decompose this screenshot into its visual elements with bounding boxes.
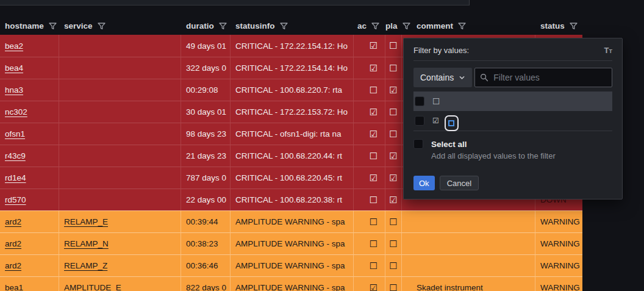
hostname-cell: bea4 — [0, 57, 59, 79]
filter-funnel-icon[interactable] — [97, 22, 106, 31]
filter-funnel-icon[interactable] — [218, 22, 227, 31]
planned-checkbox-glyph: ☐ — [385, 254, 402, 276]
column-header-planned[interactable]: pla — [385, 21, 402, 31]
service-cell: RELAMP_E — [59, 210, 181, 232]
statusinfo-cell: AMPLITUDE WARNING - spa — [231, 210, 354, 232]
filter-funnel-icon[interactable] — [457, 22, 467, 31]
column-label: status — [540, 21, 565, 31]
hostname-link[interactable]: r43c9 — [5, 151, 26, 160]
filter-by-values-popup: Filter by values: TT Contains ☐ ☑ — [403, 38, 623, 199]
operator-label: Contains — [420, 73, 454, 82]
hostname-cell: ard2 — [0, 254, 59, 276]
service-cell — [59, 101, 181, 123]
match-case-icon[interactable]: TT — [604, 46, 612, 54]
planned-checkbox-glyph: ☐ — [385, 123, 402, 145]
ack-checkbox-glyph: ☑ — [354, 276, 385, 291]
ack-checkbox-glyph: ☐ — [354, 189, 385, 210]
duration-cell: 787 days 0 — [181, 167, 231, 189]
filter-funnel-icon[interactable] — [371, 22, 380, 31]
hostname-link[interactable]: ard2 — [5, 239, 21, 248]
divider — [413, 60, 612, 61]
value-glyph-unchecked: ☐ — [432, 97, 440, 106]
checkbox[interactable] — [415, 116, 424, 126]
service-link[interactable]: RELAMP_E — [64, 217, 108, 226]
hostname-link[interactable]: bea1 — [5, 283, 23, 291]
column-label: duratio — [186, 21, 214, 31]
select-all-label: Select all — [431, 140, 467, 149]
column-header-comment[interactable]: comment — [402, 21, 535, 31]
hostname-cell: r43c9 — [0, 145, 59, 167]
column-header-service[interactable]: service — [59, 21, 181, 31]
filter-funnel-icon[interactable] — [279, 22, 288, 31]
duration-cell: 322 days 0 — [181, 57, 231, 79]
dashboard-screen: hostname service duratio statusinfo ac p… — [0, 0, 644, 291]
hostname-link[interactable]: ofsn1 — [5, 129, 25, 138]
select-all-checkbox[interactable] — [413, 139, 423, 149]
column-header-ack[interactable]: ac — [354, 21, 385, 31]
table-header: hostname service duratio statusinfo ac p… — [0, 17, 582, 35]
duration-cell: 98 days 23 — [181, 123, 231, 145]
statusinfo-cell: CRITICAL - 100.68.220.44: rt — [231, 145, 354, 167]
hostname-link[interactable]: rd570 — [5, 195, 26, 204]
filter-value-row[interactable]: ☐ — [413, 92, 612, 111]
hostname-cell: ard2 — [0, 232, 59, 254]
statusinfo-cell: CRITICAL - 100.68.220.45: rt — [231, 167, 354, 189]
divider — [413, 131, 612, 131]
column-header-status[interactable]: status — [535, 21, 582, 31]
hostname-link[interactable]: bea4 — [5, 63, 23, 73]
column-label: service — [64, 21, 93, 31]
comment-cell: Skadet instrument — [402, 276, 535, 291]
planned-checkbox-glyph: ☑ — [385, 167, 402, 189]
column-header-duration[interactable]: duratio — [181, 21, 231, 31]
hostname-link[interactable]: rd1e4 — [5, 173, 26, 182]
filter-values-input[interactable] — [474, 68, 612, 87]
planned-checkbox-glyph: ☑ — [385, 189, 402, 210]
planned-checkbox-glyph: ☐ — [385, 276, 402, 291]
hostname-link[interactable]: nc302 — [5, 107, 27, 117]
duration-cell: 30 days 01 — [181, 101, 231, 123]
duration-cell: 00:36:46 — [181, 254, 231, 276]
hostname-link[interactable]: hna3 — [5, 85, 23, 95]
duration-cell: 00:29:08 — [181, 79, 231, 101]
ack-checkbox-glyph: ☐ — [354, 254, 385, 276]
duration-cell: 00:39:44 — [181, 210, 231, 232]
service-cell — [59, 145, 181, 167]
hostname-cell: ard2 — [0, 210, 59, 232]
ack-checkbox-glyph: ☐ — [354, 232, 385, 254]
service-link[interactable]: AMPLITUDE_E — [64, 283, 121, 291]
ack-checkbox-glyph: ☐ — [354, 145, 385, 167]
comment-cell — [402, 254, 535, 276]
hostname-link[interactable]: ard2 — [5, 261, 21, 270]
status-cell: WARNING — [535, 210, 582, 232]
ack-checkbox-glyph: ☑ — [354, 167, 385, 189]
statusinfo-cell: CRITICAL - 100.68.220.38: rt — [231, 189, 354, 210]
service-link[interactable]: RELAMP_N — [64, 239, 109, 248]
comment-cell — [402, 232, 535, 254]
hostname-cell: rd570 — [0, 189, 59, 210]
statusinfo-cell: CRITICAL - 172.22.154.14: Ho — [231, 57, 354, 79]
column-label: statusinfo — [235, 21, 275, 31]
planned-checkbox-glyph: ☐ — [385, 35, 402, 57]
hostname-link[interactable]: ard2 — [5, 217, 21, 226]
column-header-hostname[interactable]: hostname — [0, 21, 59, 31]
cancel-button[interactable]: Cancel — [440, 176, 479, 190]
filter-value-row[interactable]: ☑ — [413, 111, 612, 131]
search-icon — [480, 73, 488, 82]
ok-button[interactable]: Ok — [413, 176, 435, 190]
filter-funnel-icon[interactable] — [48, 22, 57, 31]
table-row: ard2 RELAMP_E 00:39:44 AMPLITUDE WARNING… — [0, 210, 582, 232]
service-link[interactable]: RELAMP_Z — [64, 261, 107, 270]
operator-select[interactable]: Contains — [413, 68, 472, 87]
service-cell — [59, 123, 181, 145]
table-row: ard2 RELAMP_N 00:38:23 AMPLITUDE WARNING… — [0, 232, 582, 254]
filter-funnel-icon[interactable] — [569, 22, 578, 31]
hostname-cell: bea1 — [0, 276, 59, 291]
hostname-cell: bea2 — [0, 35, 59, 57]
column-header-statusinfo[interactable]: statusinfo — [231, 21, 354, 31]
planned-checkbox-glyph: ☐ — [385, 101, 402, 123]
select-all-description: Add all displayed values to the filter — [431, 151, 612, 160]
duration-cell: 00:38:23 — [181, 232, 231, 254]
hostname-link[interactable]: bea2 — [5, 41, 23, 51]
duration-cell: 49 days 01 — [181, 35, 231, 57]
checkbox[interactable] — [415, 96, 424, 106]
